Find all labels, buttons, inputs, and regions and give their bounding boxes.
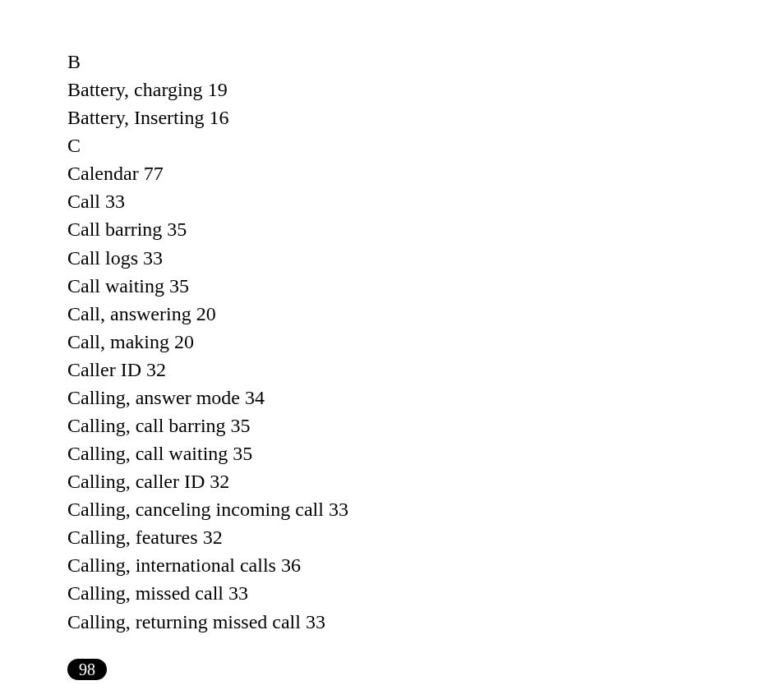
index-entry-page: 35 xyxy=(233,443,252,464)
index-entry-term: Caller ID xyxy=(67,359,141,380)
index-entry: Calling, returning missed call 33 xyxy=(67,608,717,636)
index-entry-page: 34 xyxy=(245,387,265,408)
index-entry-term: Call, making xyxy=(67,331,169,352)
index-entry-page: 77 xyxy=(144,163,164,184)
index-entry-page: 35 xyxy=(167,218,187,240)
index-entry-term: Calling, features xyxy=(67,527,198,548)
index-entry-page: 20 xyxy=(174,331,194,352)
index-entry: Call waiting 35 xyxy=(67,272,717,300)
index-entry: Calling, features 32 xyxy=(67,523,717,551)
index-entry-page: 33 xyxy=(306,611,325,632)
index-entry-page: 33 xyxy=(329,499,348,520)
index-entry-page: 32 xyxy=(203,527,223,548)
index-entry-term: Calling, missed call xyxy=(67,582,224,604)
index-entry-page: 35 xyxy=(169,275,189,297)
index-entry: Caller ID 32 xyxy=(67,356,717,384)
index-entry: Call, answering 20 xyxy=(67,300,717,328)
index-entry-page: 20 xyxy=(196,303,216,324)
index-entry-term: Call barring xyxy=(67,218,162,240)
index-content: BBattery, charging 19Battery, Inserting … xyxy=(67,48,717,636)
index-entry-page: 33 xyxy=(105,191,125,212)
index-entry: Calling, missed call 33 xyxy=(67,579,717,607)
index-entry: Battery, charging 19 xyxy=(67,76,717,103)
index-entry-page: 33 xyxy=(228,582,248,604)
index-entry-page: 36 xyxy=(281,554,301,576)
index-entry-term: Calling, answer mode xyxy=(67,387,240,408)
index-entry: Call 33 xyxy=(67,187,717,215)
index-entry: Calling, international calls 36 xyxy=(67,551,717,579)
page-number: 98 xyxy=(79,660,95,678)
index-entry-term: Battery, charging xyxy=(67,79,203,100)
index-entry-term: Calling, returning missed call xyxy=(67,611,301,632)
index-section-letter: B xyxy=(67,48,717,76)
index-entry-term: Calling, call waiting xyxy=(67,443,228,464)
document-page: BBattery, charging 19Battery, Inserting … xyxy=(0,0,784,680)
index-entry: Calling, call barring 35 xyxy=(67,412,717,439)
page-number-badge: 98 xyxy=(67,659,107,680)
index-entry: Calling, caller ID 32 xyxy=(67,467,717,495)
index-section-letter: C xyxy=(67,131,717,159)
index-entry-term: Calendar xyxy=(67,163,139,184)
index-entry-term: Calling, caller ID xyxy=(67,471,205,492)
index-entry-term: Battery, Inserting xyxy=(67,107,204,128)
index-entry: Call logs 33 xyxy=(67,244,717,272)
index-entry-page: 19 xyxy=(208,79,228,100)
index-entry-term: Call logs xyxy=(67,247,138,269)
index-entry-term: Call waiting xyxy=(67,275,164,297)
index-entry-page: 33 xyxy=(143,247,163,269)
index-entry: Calling, call waiting 35 xyxy=(67,439,717,467)
index-entry-page: 35 xyxy=(231,415,251,436)
index-entry: Calling, canceling incoming call 33 xyxy=(67,495,717,523)
index-entry: Calling, answer mode 34 xyxy=(67,384,717,412)
index-entry-term: Calling, canceling incoming call xyxy=(67,499,324,520)
index-entry: Calendar 77 xyxy=(67,159,717,187)
index-entry: Call, making 20 xyxy=(67,328,717,356)
index-entry-term: Call xyxy=(67,191,100,212)
index-entry: Battery, Inserting 16 xyxy=(67,103,717,131)
index-entry: Call barring 35 xyxy=(67,215,717,243)
index-entry-term: Calling, call barring xyxy=(67,415,226,436)
index-entry-term: Calling, international calls xyxy=(67,554,276,576)
index-entry-page: 32 xyxy=(210,471,229,492)
index-entry-page: 16 xyxy=(209,107,228,128)
index-entry-page: 32 xyxy=(146,359,166,380)
index-entry-term: Call, answering xyxy=(67,303,191,324)
